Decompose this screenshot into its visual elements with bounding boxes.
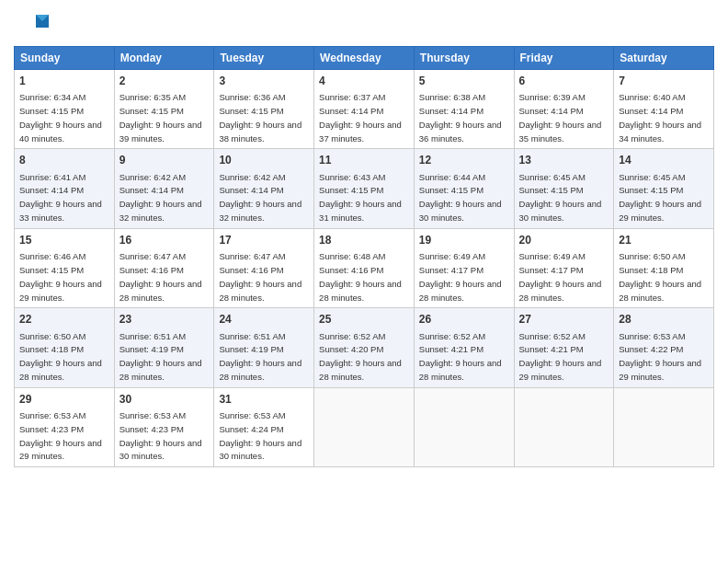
day-number: 20 bbox=[519, 233, 609, 247]
calendar-week-row: 1Sunrise: 6:34 AMSunset: 4:15 PMDaylight… bbox=[15, 70, 714, 149]
calendar-cell: 8Sunrise: 6:41 AMSunset: 4:14 PMDaylight… bbox=[15, 149, 115, 228]
day-number: 14 bbox=[619, 153, 709, 167]
calendar-header-row: SundayMondayTuesdayWednesdayThursdayFrid… bbox=[15, 47, 714, 70]
day-number: 8 bbox=[19, 153, 109, 167]
day-number: 6 bbox=[519, 74, 609, 88]
day-of-week-header: Friday bbox=[514, 47, 614, 70]
calendar-cell: 4Sunrise: 6:37 AMSunset: 4:14 PMDaylight… bbox=[314, 70, 415, 149]
calendar-body: 1Sunrise: 6:34 AMSunset: 4:15 PMDaylight… bbox=[15, 70, 714, 467]
day-number: 10 bbox=[219, 153, 309, 167]
calendar-cell: 3Sunrise: 6:36 AMSunset: 4:15 PMDaylight… bbox=[214, 70, 314, 149]
day-number: 9 bbox=[119, 153, 210, 167]
day-of-week-header: Monday bbox=[114, 47, 214, 70]
day-info: Sunrise: 6:37 AMSunset: 4:14 PMDaylight:… bbox=[319, 92, 402, 143]
day-number: 21 bbox=[619, 233, 709, 247]
day-number: 13 bbox=[519, 153, 609, 167]
day-info: Sunrise: 6:52 AMSunset: 4:20 PMDaylight:… bbox=[319, 331, 402, 382]
calendar-cell: 25Sunrise: 6:52 AMSunset: 4:20 PMDayligh… bbox=[314, 308, 415, 387]
day-of-week-header: Tuesday bbox=[214, 47, 314, 70]
calendar-table: SundayMondayTuesdayWednesdayThursdayFrid… bbox=[14, 46, 714, 467]
day-info: Sunrise: 6:36 AMSunset: 4:15 PMDaylight:… bbox=[219, 92, 301, 143]
day-info: Sunrise: 6:53 AMSunset: 4:24 PMDaylight:… bbox=[219, 410, 301, 461]
day-number: 11 bbox=[319, 153, 409, 167]
calendar-cell: 29Sunrise: 6:53 AMSunset: 4:23 PMDayligh… bbox=[15, 387, 115, 466]
calendar-cell: 30Sunrise: 6:53 AMSunset: 4:23 PMDayligh… bbox=[114, 387, 214, 466]
day-number: 17 bbox=[219, 233, 309, 247]
day-number: 16 bbox=[119, 233, 210, 247]
calendar-cell: 31Sunrise: 6:53 AMSunset: 4:24 PMDayligh… bbox=[214, 387, 314, 466]
day-info: Sunrise: 6:43 AMSunset: 4:15 PMDaylight:… bbox=[319, 172, 402, 223]
calendar-cell: 6Sunrise: 6:39 AMSunset: 4:14 PMDaylight… bbox=[514, 70, 614, 149]
calendar-week-row: 8Sunrise: 6:41 AMSunset: 4:14 PMDaylight… bbox=[15, 149, 714, 228]
day-info: Sunrise: 6:42 AMSunset: 4:14 PMDaylight:… bbox=[219, 172, 301, 223]
day-number: 30 bbox=[119, 392, 210, 407]
day-info: Sunrise: 6:39 AMSunset: 4:14 PMDaylight:… bbox=[519, 92, 602, 143]
day-info: Sunrise: 6:49 AMSunset: 4:17 PMDaylight:… bbox=[419, 251, 502, 302]
day-number: 15 bbox=[19, 233, 109, 247]
calendar-cell: 23Sunrise: 6:51 AMSunset: 4:19 PMDayligh… bbox=[114, 308, 214, 387]
calendar-cell: 21Sunrise: 6:50 AMSunset: 4:18 PMDayligh… bbox=[614, 228, 714, 307]
calendar-cell: 14Sunrise: 6:45 AMSunset: 4:15 PMDayligh… bbox=[614, 149, 714, 228]
day-info: Sunrise: 6:47 AMSunset: 4:16 PMDaylight:… bbox=[219, 251, 301, 302]
calendar-cell: 11Sunrise: 6:43 AMSunset: 4:15 PMDayligh… bbox=[314, 149, 415, 228]
day-info: Sunrise: 6:38 AMSunset: 4:14 PMDaylight:… bbox=[419, 92, 502, 143]
day-info: Sunrise: 6:49 AMSunset: 4:17 PMDaylight:… bbox=[519, 251, 602, 302]
day-number: 12 bbox=[419, 153, 509, 167]
calendar-cell bbox=[414, 387, 514, 466]
day-info: Sunrise: 6:45 AMSunset: 4:15 PMDaylight:… bbox=[519, 172, 602, 223]
day-number: 27 bbox=[519, 312, 609, 327]
day-info: Sunrise: 6:35 AMSunset: 4:15 PMDaylight:… bbox=[119, 92, 202, 143]
calendar-cell: 16Sunrise: 6:47 AMSunset: 4:16 PMDayligh… bbox=[114, 228, 214, 307]
day-info: Sunrise: 6:48 AMSunset: 4:16 PMDaylight:… bbox=[319, 251, 402, 302]
day-number: 5 bbox=[419, 74, 509, 88]
calendar-cell: 13Sunrise: 6:45 AMSunset: 4:15 PMDayligh… bbox=[514, 149, 614, 228]
calendar-cell: 24Sunrise: 6:51 AMSunset: 4:19 PMDayligh… bbox=[214, 308, 314, 387]
day-number: 26 bbox=[419, 312, 509, 327]
calendar-cell: 22Sunrise: 6:50 AMSunset: 4:18 PMDayligh… bbox=[15, 308, 115, 387]
calendar-cell bbox=[514, 387, 614, 466]
calendar-cell: 10Sunrise: 6:42 AMSunset: 4:14 PMDayligh… bbox=[214, 149, 314, 228]
logo-icon bbox=[14, 9, 49, 39]
day-info: Sunrise: 6:51 AMSunset: 4:19 PMDaylight:… bbox=[219, 331, 301, 382]
calendar-cell: 26Sunrise: 6:52 AMSunset: 4:21 PMDayligh… bbox=[414, 308, 514, 387]
day-info: Sunrise: 6:47 AMSunset: 4:16 PMDaylight:… bbox=[119, 251, 202, 302]
calendar-cell: 9Sunrise: 6:42 AMSunset: 4:14 PMDaylight… bbox=[114, 149, 214, 228]
day-number: 18 bbox=[319, 233, 409, 247]
day-info: Sunrise: 6:50 AMSunset: 4:18 PMDaylight:… bbox=[19, 331, 102, 382]
day-info: Sunrise: 6:52 AMSunset: 4:21 PMDaylight:… bbox=[519, 331, 602, 382]
calendar-cell: 28Sunrise: 6:53 AMSunset: 4:22 PMDayligh… bbox=[614, 308, 714, 387]
calendar-cell: 18Sunrise: 6:48 AMSunset: 4:16 PMDayligh… bbox=[314, 228, 415, 307]
calendar-cell: 19Sunrise: 6:49 AMSunset: 4:17 PMDayligh… bbox=[414, 228, 514, 307]
day-of-week-header: Thursday bbox=[414, 47, 514, 70]
day-number: 24 bbox=[219, 312, 309, 327]
day-number: 31 bbox=[219, 392, 309, 407]
day-info: Sunrise: 6:53 AMSunset: 4:23 PMDaylight:… bbox=[119, 410, 202, 461]
calendar-week-row: 15Sunrise: 6:46 AMSunset: 4:15 PMDayligh… bbox=[15, 228, 714, 307]
calendar-cell: 17Sunrise: 6:47 AMSunset: 4:16 PMDayligh… bbox=[214, 228, 314, 307]
day-info: Sunrise: 6:45 AMSunset: 4:15 PMDaylight:… bbox=[619, 172, 701, 223]
day-info: Sunrise: 6:51 AMSunset: 4:19 PMDaylight:… bbox=[119, 331, 202, 382]
day-info: Sunrise: 6:46 AMSunset: 4:15 PMDaylight:… bbox=[19, 251, 102, 302]
calendar-cell: 7Sunrise: 6:40 AMSunset: 4:14 PMDaylight… bbox=[614, 70, 714, 149]
day-info: Sunrise: 6:41 AMSunset: 4:14 PMDaylight:… bbox=[19, 172, 102, 223]
calendar-cell bbox=[314, 387, 415, 466]
calendar-week-row: 29Sunrise: 6:53 AMSunset: 4:23 PMDayligh… bbox=[15, 387, 714, 466]
day-info: Sunrise: 6:50 AMSunset: 4:18 PMDaylight:… bbox=[619, 251, 701, 302]
calendar-week-row: 22Sunrise: 6:50 AMSunset: 4:18 PMDayligh… bbox=[15, 308, 714, 387]
calendar-cell bbox=[614, 387, 714, 466]
day-number: 4 bbox=[319, 74, 409, 88]
day-info: Sunrise: 6:53 AMSunset: 4:22 PMDaylight:… bbox=[619, 331, 701, 382]
day-of-week-header: Sunday bbox=[15, 47, 115, 70]
calendar-cell: 2Sunrise: 6:35 AMSunset: 4:15 PMDaylight… bbox=[114, 70, 214, 149]
calendar-cell: 5Sunrise: 6:38 AMSunset: 4:14 PMDaylight… bbox=[414, 70, 514, 149]
day-info: Sunrise: 6:34 AMSunset: 4:15 PMDaylight:… bbox=[19, 92, 102, 143]
day-number: 29 bbox=[19, 392, 109, 407]
day-number: 2 bbox=[119, 74, 210, 88]
day-number: 19 bbox=[419, 233, 509, 247]
day-info: Sunrise: 6:53 AMSunset: 4:23 PMDaylight:… bbox=[19, 410, 102, 461]
page-container: SundayMondayTuesdayWednesdayThursdayFrid… bbox=[0, 0, 728, 472]
day-of-week-header: Saturday bbox=[614, 47, 714, 70]
day-info: Sunrise: 6:44 AMSunset: 4:15 PMDaylight:… bbox=[419, 172, 502, 223]
day-info: Sunrise: 6:40 AMSunset: 4:14 PMDaylight:… bbox=[619, 92, 701, 143]
day-number: 1 bbox=[19, 74, 109, 88]
